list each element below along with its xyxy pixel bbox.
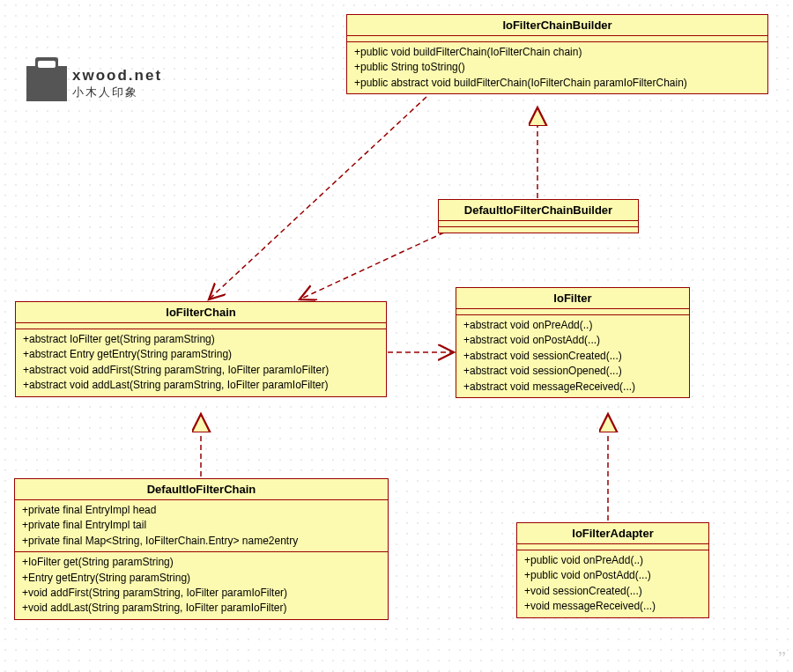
class-title: IoFilter [456,288,689,309]
methods-section: +public void onPreAdd(..) +public void o… [517,550,708,617]
method-row: +void addLast(String paramString, IoFilt… [22,601,381,616]
attribute-row: +private final EntryImpl tail [22,518,381,533]
method-row: +public abstract void buildFilterChain(I… [354,76,760,91]
class-default-io-filter-chain: DefaultIoFilterChain +private final Entr… [14,478,389,620]
svg-line-1 [209,97,426,299]
method-row: +abstract void addLast(String paramStrin… [23,378,379,393]
class-title: IoFilterAdapter [517,523,708,544]
class-title: IoFilterChain [16,302,386,323]
method-row: +Entry getEntry(String paramString) [22,571,381,586]
method-row: +public String toString() [354,60,760,75]
class-title: DefaultIoFilterChainBuilder [439,200,638,221]
attribute-row: +private final Map<String, IoFilterChain… [22,534,381,549]
method-row: +abstract void sessionOpened(...) [463,364,682,379]
attributes-section [16,323,386,329]
methods-section: +IoFilter get(String paramString) +Entry… [15,552,388,619]
method-row: +void sessionCreated(...) [524,584,701,599]
method-row: +abstract void addFirst(String paramStri… [23,363,379,378]
class-title: DefaultIoFilterChain [15,479,388,500]
method-row: +public void buildFilterChain(IoFilterCh… [354,45,760,60]
method-row: +void addFirst(String paramString, IoFil… [22,586,381,601]
method-row: +public void onPostAdd(...) [524,568,701,583]
method-row: +abstract void onPostAdd(...) [463,333,682,348]
attributes-section [347,36,767,42]
class-io-filter-chain: IoFilterChain +abstract IoFilter get(Str… [15,301,387,397]
attribute-row: +private final EntryImpl head [22,503,381,518]
logo-line2: 小木人印象 [72,85,162,100]
class-default-io-filter-chain-builder: DefaultIoFilterChainBuilder [438,199,639,233]
logo-line1: xwood.net [72,67,162,85]
logo-text: xwood.net 小木人印象 [72,67,162,100]
class-io-filter: IoFilter +abstract void onPreAdd(..) +ab… [456,287,690,398]
robot-icon [26,66,67,101]
attributes-section [456,309,689,315]
attributes-section: +private final EntryImpl head +private f… [15,500,388,552]
attributes-section [517,544,708,550]
method-row: +IoFilter get(String paramString) [22,555,381,570]
method-row: +abstract void onPreAdd(..) [463,318,682,333]
method-row: +abstract IoFilter get(String paramStrin… [23,332,379,347]
class-io-filter-adapter: IoFilterAdapter +public void onPreAdd(..… [516,522,709,618]
methods-section [439,227,638,233]
method-row: +public void onPreAdd(..) [524,553,701,568]
method-row: +void messageReceived(...) [524,599,701,614]
logo: xwood.net 小木人印象 [26,66,162,101]
svg-line-2 [300,233,444,299]
method-row: +abstract Entry getEntry(String paramStr… [23,347,379,362]
method-row: +abstract void messageReceived(...) [463,380,682,395]
methods-section: +abstract IoFilter get(String paramStrin… [16,329,386,396]
class-title: IoFilterChainBuilder [347,15,767,36]
methods-section: +abstract void onPreAdd(..) +abstract vo… [456,315,689,397]
class-io-filter-chain-builder: IoFilterChainBuilder +public void buildF… [346,14,768,94]
method-row: +abstract void sessionCreated(...) [463,349,682,364]
attributes-section [439,221,638,227]
methods-section: +public void buildFilterChain(IoFilterCh… [347,42,767,93]
